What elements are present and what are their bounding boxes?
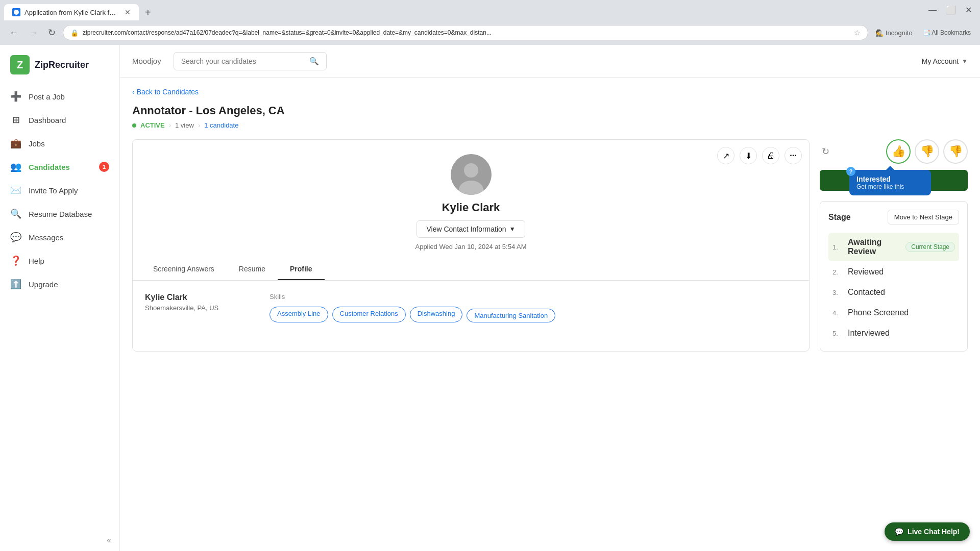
breadcrumb-label: Back to Candidates: [137, 88, 199, 96]
candidate-avatar: [451, 154, 492, 195]
status-dot: [132, 123, 136, 128]
tooltip-subtitle: Get more like this: [856, 183, 924, 190]
candidate-skills-section: Skills Assembly Line Customer Relations …: [270, 293, 797, 322]
share-button[interactable]: ↗: [717, 147, 734, 164]
post-job-label: Post a Job: [29, 92, 65, 101]
view-contact-button[interactable]: View Contact Information ▼: [416, 220, 525, 238]
lock-icon: 🔒: [70, 29, 79, 37]
stage-item-1[interactable]: 1. Awaiting Review Current Stage: [828, 233, 959, 261]
back-browser-button[interactable]: ←: [6, 26, 21, 40]
tab-screening-answers[interactable]: Screening Answers: [141, 259, 227, 280]
move-next-label: Move to Next Stage: [894, 213, 952, 221]
close-window-button[interactable]: ✕: [961, 4, 976, 16]
sidebar-item-dashboard[interactable]: ⊞ Dashboard: [0, 108, 119, 132]
move-to-next-stage-button[interactable]: Move to Next Stage: [888, 210, 959, 224]
sidebar-item-jobs[interactable]: 💼 Jobs: [0, 132, 119, 155]
view-contact-label: View Contact Information: [426, 225, 506, 233]
candidate-card: ↗ ⬇ 🖨 ···: [132, 139, 810, 352]
url-text[interactable]: ziprecruiter.com/contact/response/ad47a1…: [83, 29, 850, 36]
thumbs-down-button[interactable]: 👎: [943, 139, 968, 164]
tab-close-icon[interactable]: ✕: [125, 8, 131, 16]
sidebar-item-help[interactable]: ❓ Help: [0, 249, 119, 272]
forward-browser-button[interactable]: →: [26, 26, 41, 40]
stage-4-num: 4.: [832, 309, 843, 317]
candidate-name: Kylie Clark: [442, 201, 500, 214]
search-box: 🔍: [174, 52, 327, 70]
resume-db-icon: 🔍: [10, 208, 21, 219]
sidebar-item-candidates[interactable]: 👥 Candidates 1: [0, 155, 119, 179]
bookmarks-button[interactable]: 📑 All Bookmarks: [920, 27, 974, 38]
stage-item-3[interactable]: 3. Contacted: [828, 283, 959, 302]
invite-icon: ✉️: [10, 185, 21, 196]
chat-icon: 💬: [895, 528, 903, 536]
meta-sep-2: ›: [198, 121, 200, 129]
stage-panel: ↻ 👍 ? Interested Get more like: [820, 139, 968, 352]
stage-5-num: 5.: [832, 330, 843, 337]
job-status: ACTIVE: [140, 121, 165, 129]
ziprecruiter-logo-icon: Z: [10, 55, 30, 74]
incognito-button[interactable]: 🕵️ Incognito: [872, 27, 916, 39]
thumbs-up-button[interactable]: 👍: [886, 139, 911, 164]
dashboard-label: Dashboard: [29, 116, 66, 124]
maybe-button[interactable]: 👎: [915, 139, 939, 164]
search-input[interactable]: [181, 57, 305, 65]
messages-icon: 💬: [10, 232, 21, 243]
applied-text: Applied Wed Jan 10, 2024 at 5:54 AM: [415, 243, 526, 251]
interested-tooltip: ? Interested Get more like this: [849, 170, 931, 195]
bookmark-icon[interactable]: ☆: [854, 29, 861, 37]
invite-label: Invite To Apply: [29, 186, 78, 195]
skill-tag-customer-relations: Customer Relations: [332, 307, 406, 322]
sidebar-collapse-btn[interactable]: «: [0, 530, 119, 551]
search-icon: 🔍: [309, 57, 319, 66]
live-chat-button[interactable]: 💬 Live Chat Help!: [885, 522, 970, 541]
minimize-button[interactable]: —: [924, 4, 941, 16]
job-title: Annotator - Los Angeles, CA: [132, 104, 968, 117]
maximize-button[interactable]: ⬜: [942, 4, 960, 16]
stage-4-name: Phone Screened: [848, 308, 955, 317]
more-actions-button[interactable]: ···: [785, 147, 802, 164]
app-header: Moodjoy 🔍 My Account ▼: [120, 45, 980, 78]
my-account-button[interactable]: My Account ▼: [922, 57, 968, 65]
page-body: ‹ Back to Candidates Annotator - Los Ang…: [120, 78, 980, 551]
stage-2-name: Reviewed: [848, 267, 955, 277]
tab-resume[interactable]: Resume: [227, 259, 278, 280]
stage-item-5[interactable]: 5. Interviewed: [828, 323, 959, 343]
avatar-svg: [451, 154, 492, 195]
reload-button[interactable]: ↻: [45, 25, 59, 40]
sidebar-item-messages[interactable]: 💬 Messages: [0, 226, 119, 249]
incognito-label: Incognito: [886, 29, 913, 37]
stage-item-4[interactable]: 4. Phone Screened: [828, 303, 959, 322]
stage-section: Stage Move to Next Stage 1. Awaiting Rev…: [820, 201, 968, 352]
svg-point-0: [14, 10, 19, 15]
job-candidates-link[interactable]: 1 candidate: [204, 121, 238, 129]
resume-db-label: Resume Database: [29, 210, 92, 218]
candidate-info: Kylie Clark Shoemakersville, PA, US: [145, 293, 257, 322]
svg-text:Z: Z: [17, 59, 23, 70]
print-button[interactable]: 🖨: [762, 147, 779, 164]
sidebar-item-resume-database[interactable]: 🔍 Resume Database: [0, 202, 119, 226]
stage-5-name: Interviewed: [848, 329, 955, 338]
refresh-button[interactable]: ↻: [820, 144, 831, 159]
my-account-label: My Account: [922, 57, 959, 65]
back-to-candidates-link[interactable]: ‹ Back to Candidates: [132, 88, 968, 96]
sidebar: Z ZipRecruiter ➕ Post a Job ⊞ Dashboard …: [0, 45, 120, 551]
sidebar-item-post-a-job[interactable]: ➕ Post a Job: [0, 85, 119, 108]
candidates-label: Candidates: [29, 163, 70, 171]
download-button[interactable]: ⬇: [740, 147, 757, 164]
new-tab-button[interactable]: +: [139, 5, 157, 20]
tab-profile[interactable]: Profile: [278, 259, 325, 280]
post-job-icon: ➕: [10, 91, 21, 102]
current-stage-badge: Current Stage: [905, 242, 955, 252]
sidebar-item-upgrade[interactable]: ⬆️ Upgrade: [0, 272, 119, 296]
stage-item-2[interactable]: 2. Reviewed: [828, 262, 959, 282]
sidebar-item-invite-to-apply[interactable]: ✉️ Invite To Apply: [0, 179, 119, 202]
incognito-icon: 🕵️: [875, 29, 884, 37]
logo-text: ZipRecruiter: [35, 60, 89, 70]
tooltip-title: Interested: [856, 175, 924, 183]
skill-tag-assembly-line: Assembly Line: [270, 307, 328, 322]
live-chat-label: Live Chat Help!: [908, 528, 960, 536]
candidate-tabs: Screening Answers Resume Profile: [133, 259, 809, 281]
candidates-badge: 1: [99, 162, 109, 172]
stage-header: Stage Move to Next Stage: [828, 210, 959, 224]
help-label: Help: [29, 257, 44, 265]
